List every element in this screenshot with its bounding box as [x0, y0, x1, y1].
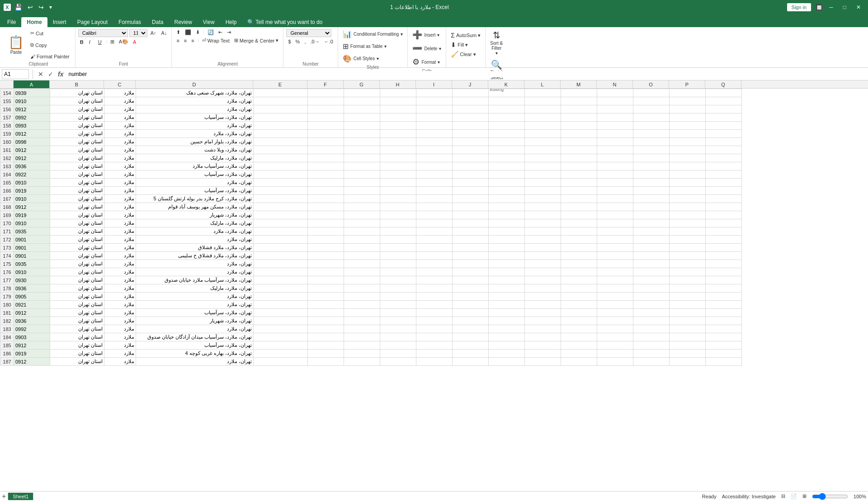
- cell-c[interactable]: ملارد: [104, 211, 136, 219]
- cell-empty[interactable]: [489, 227, 525, 236]
- cell-empty[interactable]: [453, 252, 489, 260]
- cell-empty[interactable]: [308, 162, 344, 170]
- cell-b[interactable]: استان تهران: [50, 358, 104, 366]
- cell-empty[interactable]: [344, 154, 380, 162]
- cell-reference-box[interactable]: [2, 69, 29, 79]
- cell-empty[interactable]: [561, 138, 597, 146]
- formula-input[interactable]: [66, 71, 866, 77]
- cell-empty[interactable]: [254, 187, 308, 195]
- align-right-button[interactable]: ≡: [189, 38, 196, 44]
- cell-empty[interactable]: [525, 358, 561, 366]
- clear-button[interactable]: 🧹 Clear ▾: [449, 50, 477, 58]
- cell-empty[interactable]: [597, 244, 633, 252]
- cell-empty[interactable]: [453, 170, 489, 179]
- cell-empty[interactable]: [597, 162, 633, 170]
- cell-b[interactable]: استان تهران: [50, 97, 104, 105]
- cell-a[interactable]: 0910: [14, 195, 50, 203]
- cell-c[interactable]: ملارد: [104, 268, 136, 276]
- cell-empty[interactable]: [633, 333, 670, 341]
- cell-empty[interactable]: [489, 358, 525, 366]
- cell-c[interactable]: ملارد: [104, 350, 136, 358]
- col-header-i[interactable]: I: [416, 80, 452, 88]
- cell-empty[interactable]: [416, 309, 453, 317]
- cell-c[interactable]: ملارد: [104, 293, 136, 301]
- cell-b[interactable]: استان تهران: [50, 284, 104, 293]
- cell-empty[interactable]: [254, 146, 308, 154]
- decrease-font-button[interactable]: A↓: [160, 30, 169, 36]
- maximize-button[interactable]: □: [840, 3, 850, 11]
- cell-empty[interactable]: [525, 130, 561, 138]
- cell-empty[interactable]: [416, 170, 453, 179]
- cell-empty[interactable]: [380, 244, 416, 252]
- cell-empty[interactable]: [525, 284, 561, 293]
- cell-empty[interactable]: [416, 105, 453, 113]
- cell-empty[interactable]: [670, 105, 706, 113]
- cell-empty[interactable]: [344, 317, 380, 325]
- cell-empty[interactable]: [525, 268, 561, 276]
- cell-empty[interactable]: [416, 268, 453, 276]
- cell-empty[interactable]: [561, 284, 597, 293]
- cell-empty[interactable]: [380, 350, 416, 358]
- cell-a[interactable]: 0919: [14, 187, 50, 195]
- cell-empty[interactable]: [706, 244, 742, 252]
- increase-font-button[interactable]: A↑: [149, 30, 158, 36]
- cell-empty[interactable]: [670, 293, 706, 301]
- cell-d[interactable]: تهران، ملارد: [136, 105, 254, 113]
- cell-empty[interactable]: [380, 130, 416, 138]
- cell-empty[interactable]: [706, 179, 742, 187]
- cell-empty[interactable]: [416, 219, 453, 227]
- cell-empty[interactable]: [308, 122, 344, 130]
- cell-empty[interactable]: [525, 309, 561, 317]
- cell-empty[interactable]: [416, 333, 453, 341]
- cell-empty[interactable]: [344, 276, 380, 284]
- cell-empty[interactable]: [525, 260, 561, 268]
- cell-empty[interactable]: [633, 309, 670, 317]
- cell-empty[interactable]: [670, 333, 706, 341]
- cell-c[interactable]: ملارد: [104, 358, 136, 366]
- cell-empty[interactable]: [597, 219, 633, 227]
- cell-empty[interactable]: [670, 276, 706, 284]
- cell-c[interactable]: ملارد: [104, 309, 136, 317]
- cell-empty[interactable]: [489, 325, 525, 333]
- cell-d[interactable]: تهران، ملارد: [136, 236, 254, 244]
- cell-empty[interactable]: [706, 105, 742, 113]
- conditional-formatting-button[interactable]: 📊 Conditional Formatting ▾: [341, 29, 405, 39]
- cell-a[interactable]: 0912: [14, 358, 50, 366]
- cell-empty[interactable]: [633, 236, 670, 244]
- cell-a[interactable]: 0922: [14, 170, 50, 179]
- cell-empty[interactable]: [308, 268, 344, 276]
- col-header-n[interactable]: N: [597, 80, 633, 88]
- insert-button[interactable]: ➕ Insert ▾: [410, 29, 441, 41]
- cell-empty[interactable]: [344, 325, 380, 333]
- cell-empty[interactable]: [525, 244, 561, 252]
- cell-empty[interactable]: [380, 227, 416, 236]
- cell-styles-button[interactable]: 🎨 Cell Styles ▾: [341, 53, 381, 64]
- cell-empty[interactable]: [416, 211, 453, 219]
- cell-c[interactable]: ملارد: [104, 244, 136, 252]
- cell-empty[interactable]: [706, 195, 742, 203]
- cell-empty[interactable]: [525, 97, 561, 105]
- cell-empty[interactable]: [453, 122, 489, 130]
- cell-empty[interactable]: [561, 350, 597, 358]
- cell-a[interactable]: 0936: [14, 284, 50, 293]
- cell-empty[interactable]: [525, 195, 561, 203]
- cell-a[interactable]: 0905: [14, 293, 50, 301]
- cell-empty[interactable]: [453, 113, 489, 122]
- cell-c[interactable]: ملارد: [104, 227, 136, 236]
- cell-d[interactable]: تهران، ملارد، سرآسیاب: [136, 341, 254, 350]
- cell-b[interactable]: استان تهران: [50, 350, 104, 358]
- cell-empty[interactable]: [670, 97, 706, 105]
- cell-empty[interactable]: [453, 350, 489, 358]
- cell-empty[interactable]: [525, 146, 561, 154]
- align-left-button[interactable]: ≡: [175, 38, 181, 44]
- cell-empty[interactable]: [416, 252, 453, 260]
- cell-empty[interactable]: [489, 211, 525, 219]
- cell-empty[interactable]: [597, 97, 633, 105]
- cell-empty[interactable]: [489, 146, 525, 154]
- cell-empty[interactable]: [380, 301, 416, 309]
- cell-empty[interactable]: [633, 162, 670, 170]
- tab-view[interactable]: View: [198, 17, 220, 27]
- cell-empty[interactable]: [525, 211, 561, 219]
- cell-d[interactable]: تهران، ملارد، ملارد: [136, 130, 254, 138]
- cell-b[interactable]: استان تهران: [50, 276, 104, 284]
